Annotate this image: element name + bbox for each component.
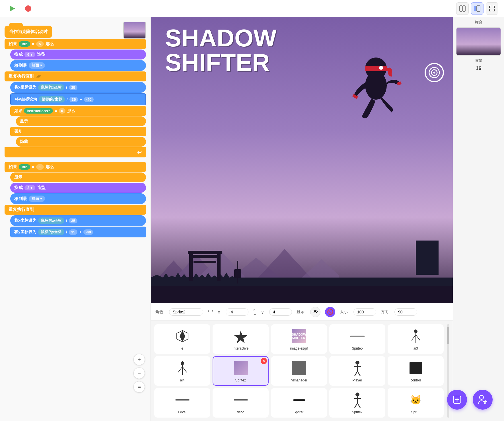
- svg-rect-16: [194, 261, 216, 263]
- sprite-sprite5-img: [349, 328, 366, 345]
- sprite-card-ai4[interactable]: ai4: [154, 356, 210, 386]
- repeat-diamond-1: [36, 75, 42, 78]
- val-35-x2: 35: [69, 218, 77, 223]
- hide-block: 隐藏: [16, 137, 146, 147]
- sprite-card-deco[interactable]: deco: [213, 388, 269, 418]
- hide-eye-button[interactable]: 🚫: [325, 307, 335, 317]
- sprite-control-label: control: [410, 378, 421, 382]
- sprite-level-label: Level: [178, 410, 186, 414]
- layout-sidebar-button[interactable]: [471, 2, 484, 15]
- svg-rect-18: [234, 269, 241, 278]
- x-input[interactable]: [226, 308, 248, 316]
- sprite-name-input[interactable]: [169, 308, 203, 316]
- div-1: /: [66, 85, 67, 90]
- dir-input[interactable]: [394, 308, 417, 316]
- sprite-card-image-ezgif[interactable]: SHADOWSHIFTER image-ezgif: [271, 324, 327, 354]
- eq-1: =: [32, 42, 34, 46]
- zoom-fit-button[interactable]: =: [133, 381, 145, 393]
- svg-point-49: [355, 393, 359, 397]
- platform-right: [416, 241, 439, 275]
- then-3: 那么: [46, 164, 54, 170]
- add-scene-button[interactable]: [447, 390, 467, 410]
- val-35-x: 35: [69, 85, 77, 90]
- sprite-sprite7-label: Sprite7: [352, 410, 363, 414]
- backdrop-label: 背景: [456, 58, 501, 63]
- repeat-block-2: 重复执行直到: [5, 205, 146, 215]
- moveto-label-2: 移到最: [14, 196, 27, 202]
- zoom-fit-icon: =: [137, 384, 141, 390]
- costume-suffix-2: 造型: [37, 185, 46, 190]
- sprite-card-interactive[interactable]: Interactive: [213, 324, 269, 354]
- svg-rect-48: [293, 399, 305, 401]
- block-group-1: 当作为克隆体启动时 如果 id2 = 5 那么 换成 6 ▾ 造型: [5, 26, 146, 157]
- show-block-1: 显示: [16, 116, 146, 126]
- sprite-delete-button[interactable]: ✕: [261, 358, 267, 364]
- show-block-2: 显示: [10, 172, 146, 182]
- var-id2-2: id2: [19, 164, 30, 170]
- sprite-card-sprite2[interactable]: ✕ Sprite2: [213, 356, 269, 386]
- show-eye-button[interactable]: 👁: [310, 307, 320, 317]
- sprite-control-img: [407, 360, 424, 377]
- svg-marker-31: [234, 330, 247, 343]
- sprite-player-label: Player: [352, 378, 362, 382]
- else-block: 否则: [10, 127, 146, 136]
- setx-label-2: 将x坐标设为: [14, 218, 36, 223]
- mouse-x-1: 鼠标的x坐标: [38, 84, 64, 91]
- var-id2-1: id2: [19, 41, 30, 47]
- sprite-card-e[interactable]: e: [154, 324, 210, 354]
- backdrop-count: 16: [456, 65, 501, 71]
- setx-label: 将x坐标设为: [14, 85, 36, 90]
- sprite-e-label: e: [181, 346, 183, 350]
- sprite-card-sprite6[interactable]: Sprite6: [271, 388, 327, 418]
- var-instructions: instructions?: [24, 108, 53, 114]
- svg-point-40: [181, 362, 184, 365]
- moveto-label: 移到最: [14, 63, 27, 68]
- front-val-2: 前面 ▾: [29, 196, 45, 202]
- mouse-y-2: 鼠标的y坐标: [38, 229, 64, 235]
- svg-point-23: [379, 66, 383, 70]
- sprite-card-ai3[interactable]: ai3: [388, 324, 444, 354]
- size-input[interactable]: [353, 308, 376, 316]
- sprite-interactive-img: [232, 328, 249, 345]
- hat-block-1: 当作为克隆体启动时: [5, 26, 146, 38]
- sprite-card-lvlmanager[interactable]: lvlmanager: [271, 356, 327, 386]
- val-neg40-2: -40: [83, 229, 93, 235]
- sprite-card-sprite7[interactable]: Sprite7: [329, 388, 385, 418]
- if-block-2: 如果 id2 = 1 那么: [5, 162, 146, 172]
- svg-rect-32: [350, 336, 365, 337]
- sprite-card-control[interactable]: control: [388, 356, 444, 386]
- front-val: 前面 ▾: [29, 62, 45, 69]
- green-flag-button[interactable]: [6, 2, 19, 15]
- sprite-sprite6-label: Sprite6: [293, 410, 304, 414]
- ground: [151, 283, 453, 303]
- sprite-card-level[interactable]: Level: [154, 388, 210, 418]
- then-2: 那么: [67, 108, 75, 114]
- sprite-card-last[interactable]: 🐱 Spri...: [388, 388, 444, 418]
- zoom-in-button[interactable]: +: [133, 354, 145, 365]
- sprite-card-sprite5[interactable]: Sprite5: [329, 324, 385, 354]
- sprite-sprite6-img: [291, 391, 308, 408]
- stage-thumbnail-main[interactable]: [456, 27, 501, 56]
- zoom-out-button[interactable]: −: [133, 367, 145, 379]
- sprite-level-img: [174, 391, 191, 408]
- spiral-logo: [424, 63, 444, 84]
- end-block-1: ↩: [5, 147, 146, 157]
- if-label-1: 如果: [9, 41, 17, 47]
- costume-val: 6 ▾: [24, 52, 35, 57]
- sprite-lvlmanager-img: [291, 360, 308, 377]
- svg-rect-14: [188, 251, 222, 254]
- svg-line-38: [178, 367, 182, 372]
- sprite-card-player[interactable]: Player: [329, 356, 385, 386]
- svg-rect-22: [365, 66, 387, 71]
- stop-button[interactable]: [22, 2, 35, 15]
- sprite-sprite7-img: [349, 391, 366, 408]
- game-title-line1: SHADOW: [165, 26, 277, 50]
- layout-split-button[interactable]: [456, 2, 469, 15]
- set-x-block-1: 将x坐标设为 鼠标的x坐标 / 35: [10, 82, 146, 93]
- sprites-grid: e Interactive SHADOWSHIFTER: [154, 324, 444, 418]
- if-label-2: 如果: [14, 108, 22, 114]
- switch-label-2: 换成: [14, 185, 23, 190]
- add-sprite-button[interactable]: [473, 390, 493, 410]
- y-input[interactable]: [269, 308, 292, 316]
- layout-fullscreen-button[interactable]: [486, 2, 498, 15]
